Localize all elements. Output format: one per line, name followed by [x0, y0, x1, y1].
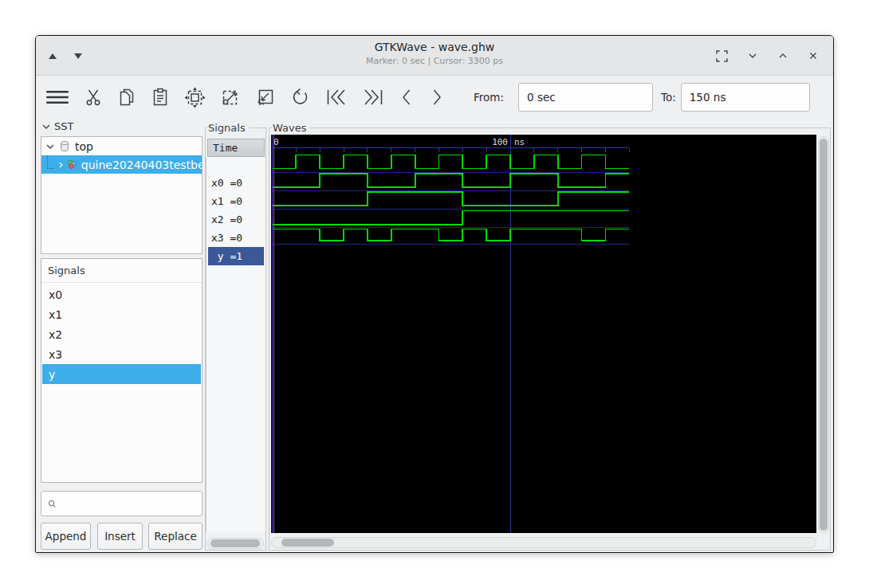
from-label: From: [474, 91, 504, 104]
replace-button[interactable]: Replace [148, 523, 203, 550]
signals-hscrollbar[interactable] [207, 538, 264, 549]
tree-connector [47, 155, 54, 169]
gtkwave-window: GTKWave - wave.ghw Marker: 0 sec | Curso… [35, 35, 834, 553]
facility-header: Signals [41, 259, 202, 283]
from-input[interactable] [518, 83, 653, 112]
facility-label: x0 [49, 288, 62, 301]
signals-hscrollbar-thumb[interactable] [210, 539, 260, 547]
database-icon [59, 140, 70, 152]
cut-icon[interactable] [84, 87, 103, 108]
tree-item-label: top [75, 140, 93, 153]
close-icon[interactable] [808, 50, 819, 61]
zoom-fit-icon[interactable] [184, 87, 206, 108]
shift-left-icon[interactable] [399, 87, 415, 108]
waves-hscrollbar[interactable] [271, 537, 816, 548]
signals-name-list: x0 =0 x1 =0 x2 =0 x3 =0 y =1 [206, 157, 266, 531]
search-icon [48, 498, 57, 510]
signal-name-value: y =1 [211, 250, 242, 262]
zoom-in-icon[interactable] [220, 87, 241, 108]
facility-label: y [49, 368, 55, 381]
maximize-icon[interactable] [777, 50, 788, 61]
sst-expander[interactable]: SST [42, 120, 73, 132]
titlebar-center: GTKWave - wave.ghw Marker: 0 sec | Curso… [36, 41, 833, 66]
shift-right-icon[interactable] [429, 87, 445, 108]
facility-panel: Signals x0 x1 x2 x3 y [41, 258, 203, 483]
zoom-out-icon[interactable] [255, 87, 276, 108]
reload-icon[interactable] [829, 86, 834, 108]
signal-search-box[interactable] [41, 491, 203, 516]
to-label: To: [661, 91, 676, 104]
titlebar-left-controls [49, 36, 82, 76]
timescale-label-100: 100 [492, 137, 508, 147]
facility-item-x2[interactable]: x2 [42, 324, 201, 344]
facility-item-x0[interactable]: x0 [42, 284, 201, 304]
search-input[interactable] [61, 498, 202, 510]
chevron-down-icon[interactable] [46, 143, 54, 150]
titlebar[interactable]: GTKWave - wave.ghw Marker: 0 sec | Curso… [36, 36, 833, 76]
wave-canvas-svg: 0100ns [271, 135, 816, 533]
wave-canvas[interactable]: 0100ns [271, 135, 816, 533]
signals-frame-title: Signals [207, 122, 249, 134]
zoom-undo-icon[interactable] [290, 87, 311, 108]
signal-row-y[interactable]: y =1 [208, 247, 264, 265]
signal-row-x0[interactable]: x0 =0 [208, 174, 264, 192]
facility-item-x3[interactable]: x3 [42, 344, 201, 364]
chevron-right-icon[interactable] [58, 161, 64, 169]
waves-vscrollbar-thumb[interactable] [820, 139, 828, 531]
signal-name-value: x1 =0 [211, 195, 242, 207]
sst-label: SST [54, 120, 73, 132]
waves-hscrollbar-thumb[interactable] [281, 539, 334, 547]
signal-row-x2[interactable]: x2 =0 [208, 210, 264, 229]
signal-name-value: x2 =0 [211, 214, 242, 225]
component-icon [67, 159, 77, 171]
waves-frame-title: Waves [272, 122, 309, 134]
signal-name-value: x0 =0 [211, 177, 242, 189]
menu-icon[interactable] [45, 87, 69, 108]
wave-trace-x0 [273, 155, 630, 169]
titlebar-right-controls [716, 36, 819, 76]
tree-item-top[interactable]: top [41, 137, 202, 155]
timescale-unit: ns [514, 137, 525, 147]
facility-label: x3 [49, 348, 62, 361]
signal-name-value: x3 =0 [211, 232, 242, 244]
copy-icon[interactable] [117, 87, 136, 108]
paste-icon[interactable] [151, 87, 170, 108]
to-input[interactable] [681, 83, 810, 112]
signal-row-x3[interactable]: x3 =0 [208, 229, 264, 247]
marker-cursor-status: Marker: 0 sec | Cursor: 3300 ps [36, 56, 833, 66]
window-title: GTKWave - wave.ghw [36, 41, 833, 53]
minimize-icon[interactable] [747, 50, 758, 61]
wave-trace-x3 [273, 210, 630, 224]
zoom-to-end-icon[interactable] [362, 87, 384, 108]
chevron-down-icon [42, 123, 50, 130]
facility-label: x1 [49, 308, 62, 321]
append-button[interactable]: Append [41, 523, 91, 550]
tree-item-label: quine20240403testbench [81, 159, 202, 171]
waves-vscrollbar[interactable] [818, 136, 829, 533]
window-shade-down-icon[interactable] [74, 53, 82, 59]
facility-label: x2 [49, 328, 62, 341]
window-shade-up-icon[interactable] [49, 53, 57, 59]
tree-item-testbench[interactable]: quine20240403testbench [41, 155, 202, 174]
toolbar: From: To: [36, 76, 833, 119]
wave-trace-x1 [273, 174, 630, 187]
wave-trace-y [273, 229, 630, 241]
insert-button[interactable]: Insert [97, 523, 143, 550]
time-column-header[interactable]: Time [207, 139, 265, 157]
wave-trace-x2 [273, 192, 630, 206]
facility-item-y[interactable]: y [42, 364, 201, 384]
facility-item-x1[interactable]: x1 [42, 304, 201, 324]
signal-row-x1[interactable]: x1 =0 [208, 192, 264, 210]
zoom-to-start-icon[interactable] [325, 87, 348, 108]
fullscreen-icon[interactable] [716, 50, 728, 62]
sst-tree-panel: top quine20240403testbench [41, 136, 203, 254]
